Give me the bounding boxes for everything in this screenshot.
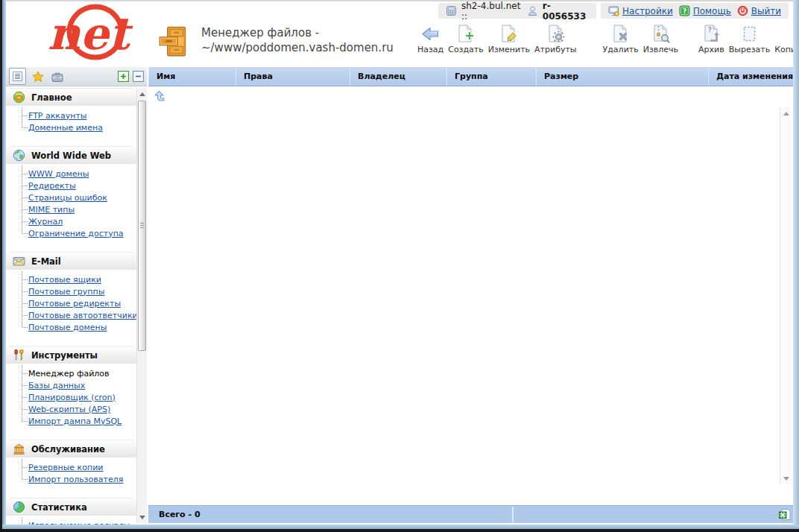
sidebar-item[interactable]: Страницы ошибок [6, 191, 136, 203]
sidebar-section: Обслуживание Резервные копии Импорт поль… [6, 440, 136, 485]
sidebar-item[interactable]: Журнал [6, 215, 136, 227]
toolbar-button[interactable]: Удалить [601, 24, 641, 54]
sidebar-item[interactable]: Почтовые автоответчики [6, 309, 136, 321]
section-header: Инструменты [6, 346, 136, 364]
settings-icon [608, 5, 619, 16]
services-view-button[interactable] [49, 69, 65, 84]
cut-icon [739, 24, 759, 44]
toolbar-button[interactable]: Изменить [486, 24, 532, 54]
sidebar-item[interactable]: Почтовые группы [6, 285, 136, 297]
page-title: Менеджер файлов - ~/www/poddomen.vash-do… [201, 25, 394, 55]
maintenance-icon [13, 443, 25, 455]
sidebar-item[interactable]: Используемые ресурсы [6, 519, 136, 525]
sidebar-item[interactable]: FTP аккаунты [6, 110, 136, 121]
sidebar-item[interactable]: Доменные имена [6, 121, 136, 133]
sidebar-item[interactable]: Web-скрипты (APS) [6, 403, 136, 415]
create-icon [455, 24, 476, 44]
topbar-link[interactable]: ? Помощь [679, 5, 731, 16]
column-header[interactable]: Имя [148, 67, 236, 86]
section-header: Обслуживание [6, 440, 136, 457]
column-header[interactable]: Владелец [350, 67, 446, 86]
favorites-view-button[interactable] [30, 69, 45, 84]
sidebar-scroll-up-button[interactable] [137, 89, 147, 99]
sidebar-item[interactable]: Резервные копии [6, 461, 136, 473]
section-title: Статистика [31, 502, 87, 513]
logout-icon [737, 5, 748, 16]
sidebar-toolbar [6, 67, 147, 86]
archive-icon: ? [701, 24, 721, 44]
extract-icon [651, 24, 671, 44]
column-header[interactable]: Размер [536, 67, 708, 86]
window-frame-right [793, 0, 799, 529]
sidebar-scroll-down-button[interactable] [137, 512, 147, 522]
control-panel-app: net sh2-4.bul.net :: r-0056533 Настройки… [6, 1, 793, 525]
collapse-icon [133, 75, 144, 84]
toolbar-button[interactable]: Создать [446, 24, 486, 54]
expand-icon [118, 75, 129, 84]
expand-all-button[interactable] [118, 71, 129, 82]
sidebar-item[interactable]: WWW домены [6, 168, 136, 180]
list-view-icon [12, 71, 23, 82]
section-title: Обслуживание [31, 444, 105, 455]
logo-text: net [48, 7, 133, 60]
server-host: sh2-4.bul.net :: [461, 1, 522, 22]
toolbar-button[interactable]: Вырезать [727, 24, 772, 54]
list-scroll-up-button[interactable] [780, 107, 792, 119]
sidebar-sections: Главное FTP аккаунты Доменные имена Worl… [6, 88, 136, 525]
folder-up-icon[interactable] [153, 89, 165, 101]
sidebar-item[interactable]: Почтовые ящики [6, 273, 136, 285]
attributes-icon [546, 24, 566, 44]
file-manager-icon [157, 24, 191, 60]
toolbar-button[interactable]: Назад [415, 24, 446, 54]
briefcase-icon [51, 71, 63, 82]
stats-icon [13, 501, 25, 513]
sidebar-item[interactable]: Почтовые домены [6, 321, 136, 333]
file-list-panel: Имя Права Владелец Группа Размер Дата из… [148, 67, 793, 525]
provider-logo: net [33, 3, 145, 66]
sidebar-item[interactable]: Импорт пользователя [6, 473, 136, 485]
sidebar: Главное FTP аккаунты Доменные имена Worl… [6, 67, 147, 525]
sidebar-item[interactable]: Редиректы [6, 180, 136, 191]
sidebar-item[interactable]: Менеджер файлов [6, 367, 136, 379]
file-toolbar: Назад Создать Изменить Атрибуты Удалить … [402, 24, 793, 63]
sidebar-item[interactable]: Импорт дампа MySQL [6, 415, 136, 427]
topbar-link[interactable]: Настройки [608, 5, 673, 16]
section-header: Статистика [6, 498, 136, 516]
column-header[interactable]: Дата изменения [708, 67, 793, 86]
section-title: Главное [31, 92, 72, 103]
list-scroll-down-button[interactable] [780, 472, 792, 484]
status-bar: Всего - 0 [148, 505, 793, 523]
status-bar-divider [512, 507, 514, 522]
column-header[interactable]: Права [236, 67, 350, 86]
sidebar-item[interactable]: Планировщик (cron) [6, 391, 136, 403]
toolbar-button[interactable]: ? Архив [696, 24, 727, 54]
excel-export-icon[interactable] [778, 508, 791, 521]
topbar-link[interactable]: Выйти [737, 5, 781, 16]
star-icon [32, 71, 43, 82]
sidebar-item[interactable]: Ограничение доступа [6, 227, 136, 239]
sidebar-item[interactable]: MIME типы [6, 203, 136, 215]
header: net sh2-4.bul.net :: r-0056533 Настройки… [6, 1, 793, 66]
section-title: E-Mail [31, 256, 61, 267]
toolbar-button[interactable]: Извлечь [641, 24, 680, 54]
column-header[interactable]: Группа [446, 67, 536, 86]
svg-text:?: ? [683, 7, 686, 15]
section-title: World Wide Web [31, 151, 111, 161]
toolbar-button[interactable]: Атрибуты [532, 24, 578, 54]
sidebar-section: Статистика Используемые ресурсы [6, 498, 136, 525]
section-header: E-Mail [6, 252, 136, 270]
section-header: Главное [6, 88, 136, 106]
section-header: World Wide Web [6, 146, 136, 164]
sidebar-scroll-thumb[interactable] [138, 101, 146, 351]
toolbar-button[interactable]: Копировать [772, 24, 793, 54]
edit-icon [499, 24, 519, 44]
collapse-all-button[interactable] [133, 71, 144, 82]
window-frame-left-inner [2, 0, 6, 529]
sidebar-item[interactable]: Базы данных [6, 379, 136, 391]
sidebar-item[interactable]: Почтовые редиректы [6, 297, 136, 309]
list-view-button[interactable] [9, 68, 26, 85]
page-title-line1: Менеджер файлов - [201, 25, 394, 40]
total-count: Всего - 0 [159, 510, 200, 519]
page-title-path: ~/www/poddomen.vash-domen.ru [201, 40, 394, 55]
server-icon [446, 5, 457, 16]
